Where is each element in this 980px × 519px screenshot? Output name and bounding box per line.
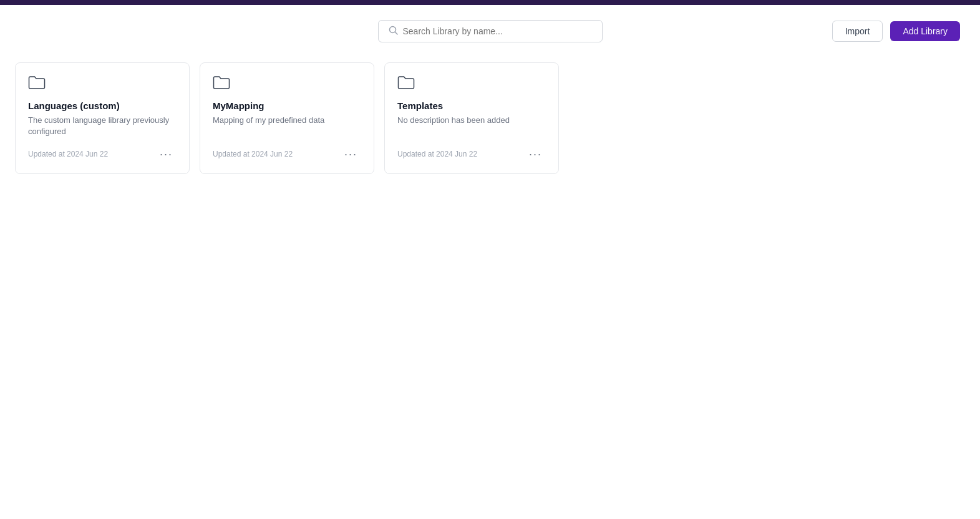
more-options-button[interactable]: ··· (341, 147, 361, 161)
search-icon (389, 26, 398, 37)
card-updated: Updated at 2024 Jun 22 (397, 150, 477, 158)
library-card-templates[interactable]: Templates No description has been added … (384, 62, 559, 174)
search-input[interactable] (403, 26, 592, 36)
top-bar (0, 0, 980, 5)
cards-container: Languages (custom) The custom language l… (0, 57, 980, 189)
card-footer: Updated at 2024 Jun 22 ··· (213, 147, 361, 161)
folder-icon (28, 75, 177, 93)
card-description: The custom language library previously c… (28, 115, 177, 137)
folder-icon (213, 75, 361, 93)
import-button[interactable]: Import (832, 21, 883, 42)
folder-icon (397, 75, 546, 93)
card-description: Mapping of my predefined data (213, 115, 361, 137)
card-title: Languages (custom) (28, 100, 177, 111)
card-title: MyMapping (213, 100, 361, 111)
card-updated: Updated at 2024 Jun 22 (28, 150, 108, 158)
header-actions: Import Add Library (832, 21, 960, 42)
card-footer: Updated at 2024 Jun 22 ··· (28, 147, 177, 161)
library-card-mymapping[interactable]: MyMapping Mapping of my predefined data … (200, 62, 374, 174)
card-title: Templates (397, 100, 546, 111)
search-container (378, 20, 603, 42)
library-card-languages-custom[interactable]: Languages (custom) The custom language l… (15, 62, 190, 174)
card-description: No description has been added (397, 115, 546, 137)
more-options-button[interactable]: ··· (525, 147, 546, 161)
svg-line-1 (395, 32, 397, 35)
header: Import Add Library (0, 5, 980, 57)
more-options-button[interactable]: ··· (156, 147, 177, 161)
card-footer: Updated at 2024 Jun 22 ··· (397, 147, 546, 161)
add-library-button[interactable]: Add Library (890, 21, 960, 41)
card-updated: Updated at 2024 Jun 22 (213, 150, 293, 158)
